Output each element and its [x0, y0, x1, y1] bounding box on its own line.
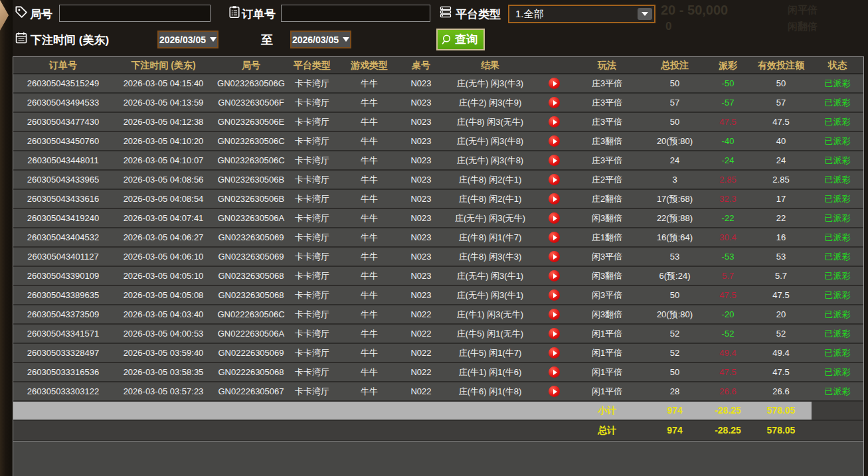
- bet-time-cell: 2026-03-05 03:57:23: [113, 382, 214, 400]
- table-row: 260305043450760 2026-03-05 04:10:20 GN02…: [13, 132, 863, 151]
- subtotal-spacer: [440, 402, 570, 420]
- replay-play-icon[interactable]: [549, 270, 560, 281]
- grand-total-spacer: [113, 421, 214, 440]
- order-id-cell: 260305033303122: [13, 382, 113, 400]
- replay-play-icon[interactable]: [549, 135, 560, 147]
- bet-time-cell: 2026-03-05 04:15:40: [113, 74, 214, 92]
- replay-play-icon[interactable]: [549, 97, 560, 108]
- status-cell: 已派彩: [812, 209, 863, 227]
- platform-cell: 卡卡湾厅: [288, 363, 336, 381]
- date-from-value: 2026/03/05: [159, 35, 206, 45]
- total-bet-cell: 17(预:68): [644, 190, 705, 208]
- payout-cell: 32.3: [705, 190, 750, 208]
- platform-type-select[interactable]: 1.全部: [508, 5, 655, 23]
- total-bet-cell: 52: [644, 344, 705, 362]
- subtotal-total-bet: 974: [644, 402, 705, 420]
- valid-bet-cell: 47.5: [750, 113, 812, 131]
- round-id-cell: GN02226305067: [214, 382, 288, 400]
- round-id-cell: GN0232630506E: [214, 113, 288, 131]
- total-bet-cell: 52: [644, 325, 705, 343]
- chevron-down-icon[interactable]: [638, 8, 652, 20]
- replay-play-icon[interactable]: [549, 251, 560, 262]
- table-no-cell: N023: [402, 74, 440, 92]
- game-type-cell: 牛牛: [336, 344, 402, 362]
- replay-play-icon[interactable]: [549, 386, 560, 397]
- result-cell: 庄(牛5) 闲1(牛7): [440, 344, 570, 362]
- game-type-cell: 牛牛: [336, 363, 402, 381]
- replay-play-icon[interactable]: [549, 78, 560, 89]
- payout-cell: 30.4: [705, 228, 750, 246]
- play-type-cell: 闲1平倍: [570, 325, 644, 343]
- payout-cell: 5.7: [705, 267, 750, 285]
- valid-bet-cell: 47.5: [750, 286, 812, 304]
- table-row: 260305043373509 2026-03-05 04:03:40 GN02…: [13, 305, 863, 325]
- background-label-flat: 闲平倍: [788, 4, 818, 17]
- round-id-cell: GN0232630506C: [214, 132, 288, 150]
- round-number-label: 局号: [30, 7, 52, 22]
- round-id-cell: GN0232630506F: [214, 94, 288, 112]
- order-id-cell: 260305043389635: [13, 286, 113, 304]
- platform-cell: 卡卡湾厅: [288, 74, 336, 92]
- order-number-input[interactable]: [281, 5, 430, 22]
- result-cell: 庄(无牛) 闲3(牛3): [440, 74, 570, 92]
- subtotal-status-spacer: [812, 402, 863, 420]
- round-id-cell: GN02326305068: [214, 267, 288, 285]
- result-cell: 庄(牛1) 闲1(牛6): [440, 363, 570, 381]
- play-type-cell: 闲1平倍: [570, 344, 644, 362]
- table-no-cell: N023: [402, 94, 440, 112]
- replay-play-icon[interactable]: [549, 193, 560, 204]
- search-button-label: 查询: [455, 32, 477, 47]
- table-row: 260305043390109 2026-03-05 04:05:10 GN02…: [13, 267, 863, 286]
- replay-play-icon[interactable]: [549, 212, 560, 224]
- replay-play-icon[interactable]: [549, 116, 560, 127]
- platform-cell: 卡卡湾厅: [288, 151, 336, 169]
- subtotal-spacer: [214, 402, 288, 420]
- play-type-cell: 庄3平倍: [570, 74, 644, 92]
- table-no-cell: N023: [402, 132, 440, 150]
- result-cell: 庄(牛8) 闲1(牛7): [440, 228, 570, 246]
- play-type-cell: 庄3平倍: [570, 113, 644, 131]
- table-no-cell: N023: [402, 286, 440, 304]
- replay-play-icon[interactable]: [549, 174, 560, 185]
- replay-play-icon[interactable]: [549, 309, 560, 320]
- round-number-input[interactable]: [59, 5, 211, 22]
- order-id-cell: 260305043433616: [13, 190, 113, 208]
- replay-play-icon[interactable]: [549, 155, 560, 166]
- grand-total-spacer: [13, 421, 113, 440]
- platform-cell: 卡卡湾厅: [288, 132, 336, 150]
- game-type-cell: 牛牛: [336, 132, 402, 150]
- replay-play-icon[interactable]: [549, 232, 560, 243]
- valid-bet-cell: 2.85: [750, 171, 812, 189]
- date-from-picker[interactable]: 2026/03/05: [157, 31, 218, 48]
- table-row: 260305033316536 2026-03-05 03:58:35 GN02…: [13, 363, 863, 382]
- order-id-cell: 260305043404532: [13, 228, 113, 246]
- play-type-cell: 闲1平倍: [570, 382, 644, 400]
- search-button[interactable]: 查询: [436, 29, 485, 50]
- order-id-cell: 260305033328497: [13, 344, 113, 362]
- play-type-cell: 闲3翻倍: [570, 305, 644, 323]
- date-to-picker[interactable]: 2026/03/05: [290, 31, 351, 48]
- bet-time-label: 下注时间 (美东): [31, 33, 109, 48]
- status-cell: 已派彩: [812, 190, 863, 208]
- subtotal-payout: -28.25: [705, 402, 750, 420]
- status-cell: 已派彩: [812, 113, 863, 131]
- bet-time-cell: 2026-03-05 04:05:08: [113, 286, 214, 304]
- col-header-platform: 平台类型: [288, 57, 336, 73]
- status-cell: 已派彩: [812, 305, 863, 323]
- result-cell: 庄(无牛) 闲3(牛1): [440, 286, 570, 304]
- table-no-cell: N023: [402, 171, 440, 189]
- result-cell: 庄(牛8) 闲2(牛1): [440, 171, 570, 189]
- replay-play-icon[interactable]: [549, 328, 560, 339]
- background-zero-text: 0: [665, 20, 671, 33]
- chevron-down-icon: [343, 37, 349, 42]
- platform-cell: 卡卡湾厅: [288, 209, 336, 227]
- result-cell: 庄(牛8) 闲3(牛3): [440, 248, 570, 266]
- calendar-icon: [15, 31, 28, 44]
- order-number-label: 订单号: [242, 7, 276, 22]
- table-no-cell: N023: [402, 228, 440, 246]
- replay-play-icon[interactable]: [549, 366, 560, 378]
- replay-play-icon[interactable]: [549, 347, 560, 358]
- result-cell: 庄(牛8) 闲2(牛1): [440, 190, 570, 208]
- payout-cell: -53: [705, 248, 750, 266]
- replay-play-icon[interactable]: [549, 289, 560, 301]
